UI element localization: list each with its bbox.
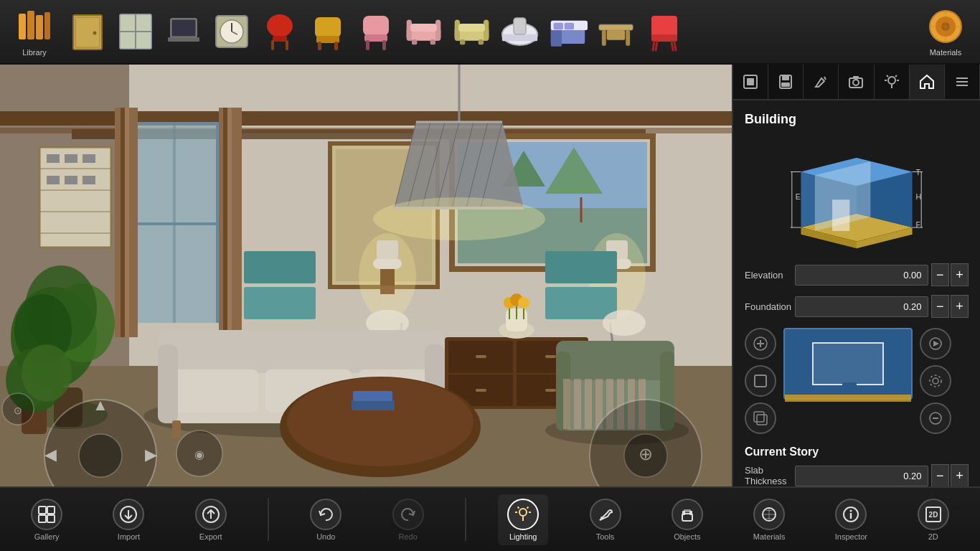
divider-2 <box>465 498 466 541</box>
toolbar-sofa[interactable] <box>400 9 448 55</box>
toolbar-sofa2[interactable] <box>448 9 496 55</box>
clock-icon <box>212 12 251 52</box>
svg-rect-108 <box>373 258 402 269</box>
lighting-icon <box>507 499 539 530</box>
toolbar-tub[interactable] <box>496 9 544 55</box>
bottom-objects[interactable]: Objects <box>662 494 712 545</box>
bottom-tools[interactable]: Tools <box>580 494 631 545</box>
bottom-inspector[interactable]: Inspector <box>826 494 876 545</box>
library-icon <box>15 7 55 47</box>
svg-point-242 <box>933 378 938 384</box>
door-icon <box>67 12 107 52</box>
svg-rect-35 <box>430 39 435 44</box>
settings2-button[interactable] <box>920 365 951 397</box>
toolbar-chair-yellow[interactable] <box>303 9 352 55</box>
toolbar-chair2[interactable] <box>640 9 688 55</box>
slab-thickness-row: Slab Thickness − + <box>745 464 969 486</box>
toolbar-window[interactable] <box>111 9 159 55</box>
svg-line-56 <box>653 42 654 50</box>
svg-rect-78 <box>173 122 176 323</box>
render-button[interactable] <box>920 328 951 359</box>
table-icon <box>596 12 636 52</box>
svg-text:◀: ◀ <box>44 446 57 463</box>
svg-rect-247 <box>47 507 55 514</box>
svg-point-260 <box>600 517 603 519</box>
foundation-input[interactable] <box>795 296 928 317</box>
slab-minus-button[interactable]: − <box>931 464 949 486</box>
toolbar-laptop[interactable] <box>159 9 207 55</box>
tab-light[interactable] <box>875 65 910 99</box>
toolbar-bed[interactable] <box>544 9 592 55</box>
bottom-redo[interactable]: Redo <box>383 494 433 545</box>
current-story-title: Current Story <box>745 446 969 458</box>
svg-rect-33 <box>410 24 437 32</box>
svg-rect-20 <box>271 40 274 50</box>
svg-rect-157 <box>172 420 181 438</box>
svg-rect-72 <box>0 128 732 133</box>
bottom-import[interactable]: Import <box>103 494 154 545</box>
bottom-materials[interactable]: Materials <box>744 494 794 545</box>
bottom-export[interactable]: Export <box>186 494 236 545</box>
foundation-row: Foundation − + <box>745 295 969 318</box>
toolbar-chair-pink[interactable] <box>352 9 400 55</box>
tab-camera[interactable] <box>839 65 874 99</box>
svg-rect-24 <box>318 42 321 50</box>
foundation-plus-button[interactable]: + <box>951 295 969 318</box>
svg-text:▲: ▲ <box>93 396 108 414</box>
view-floor-button[interactable] <box>745 365 776 397</box>
materials-icon <box>926 7 966 47</box>
elevation-input[interactable] <box>795 265 928 286</box>
bed-icon <box>548 12 588 52</box>
slab-plus-button[interactable]: + <box>951 464 969 486</box>
slab-thickness-input[interactable] <box>795 466 928 486</box>
copy-floor-button[interactable] <box>745 402 776 434</box>
tab-paint[interactable] <box>804 65 839 99</box>
foundation-minus-button[interactable]: − <box>931 295 949 318</box>
svg-line-212 <box>895 75 897 77</box>
bottom-2d[interactable]: 2D 2D <box>908 494 958 545</box>
bottom-undo[interactable]: Undo <box>301 494 351 545</box>
bottom-gallery[interactable]: Gallery <box>22 494 72 545</box>
toolbar-materials[interactable]: Materials <box>917 4 974 60</box>
svg-rect-25 <box>334 42 338 50</box>
inspector-icon <box>835 499 867 530</box>
tab-list[interactable] <box>945 65 980 99</box>
svg-rect-169 <box>574 379 581 429</box>
tab-home[interactable] <box>910 65 945 99</box>
elevation-minus-button[interactable]: − <box>931 263 949 286</box>
svg-rect-115 <box>545 287 617 319</box>
chair-pink-icon <box>356 12 395 52</box>
delete-floor-button[interactable] <box>920 402 951 434</box>
chair-red-icon <box>260 12 299 52</box>
elevation-plus-button[interactable]: + <box>951 263 969 286</box>
floorplan-preview[interactable] <box>783 328 913 400</box>
tab-save[interactable] <box>768 65 804 99</box>
bottom-lighting[interactable]: Lighting <box>498 494 548 545</box>
svg-rect-40 <box>460 39 465 44</box>
foundation-label: Foundation <box>745 301 795 312</box>
svg-rect-202 <box>781 83 790 87</box>
add-floor-button[interactable] <box>745 328 776 359</box>
toolbar-chair-red[interactable] <box>255 9 303 55</box>
svg-point-184 <box>22 344 72 402</box>
svg-marker-213 <box>920 75 933 88</box>
toolbar-library[interactable]: Library <box>6 4 63 60</box>
toolbar-clock[interactable] <box>207 9 255 55</box>
svg-rect-53 <box>607 30 626 40</box>
svg-rect-3 <box>44 12 50 39</box>
svg-rect-112 <box>244 251 316 283</box>
svg-rect-110 <box>377 240 398 259</box>
svg-rect-206 <box>853 76 859 79</box>
svg-rect-81 <box>125 108 129 337</box>
svg-rect-138 <box>545 355 556 358</box>
tab-select[interactable] <box>733 65 768 99</box>
svg-point-205 <box>853 80 859 85</box>
svg-rect-1 <box>27 11 34 39</box>
toolbar-door[interactable] <box>63 9 111 55</box>
tools-label: Tools <box>596 532 615 541</box>
3d-viewport[interactable]: ▲ ▼ ◀ ▶ ◉ ⊕ ⊙ <box>0 65 732 486</box>
toolbar-table[interactable] <box>592 9 640 55</box>
svg-line-211 <box>887 75 888 77</box>
laptop-icon <box>164 12 203 52</box>
svg-rect-83 <box>223 108 227 337</box>
